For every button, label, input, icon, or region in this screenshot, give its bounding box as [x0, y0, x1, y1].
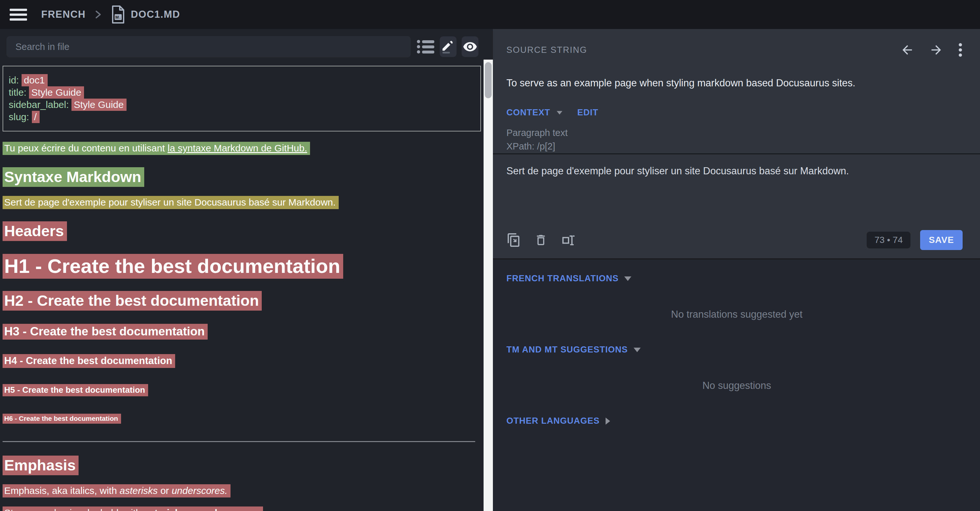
strings-list-icon[interactable]	[417, 38, 434, 55]
string-p[interactable]: Strong emphasis, aka bold, with asterisk…	[3, 508, 481, 511]
topbar: FRENCH M↓ DOC1.MD	[0, 0, 980, 29]
tm-empty-message: No suggestions	[506, 380, 967, 391]
frontmatter-line[interactable]: title: Style Guide	[9, 86, 475, 99]
other-languages-header[interactable]: OTHER LANGUAGES	[506, 416, 967, 426]
translations-empty-message: No translations suggested yet	[506, 309, 967, 320]
collapse-icon	[633, 348, 641, 352]
suggestions-section: FRENCH TRANSLATIONS No translations sugg…	[493, 259, 980, 511]
document-preview: id: doc1title: Style Guidesidebar_label:…	[0, 64, 484, 511]
edit-context-link[interactable]: EDIT	[577, 108, 598, 118]
source-string-section: SOURCE STRING	[493, 29, 980, 153]
string-h6[interactable]: H6 - Create the best documentation	[3, 415, 481, 422]
previous-string-icon[interactable]	[900, 43, 914, 57]
frontmatter-line[interactable]: sidebar_label: Style Guide	[9, 99, 475, 111]
svg-text:M↓: M↓	[116, 15, 121, 20]
source-string-text: To serve as an example page when styling…	[506, 77, 967, 89]
string-h2[interactable]: H2 - Create the best documentation	[3, 292, 481, 309]
french-translations-label: FRENCH TRANSLATIONS	[506, 273, 619, 284]
string-h2[interactable]: Syntaxe Markdown	[3, 168, 481, 185]
string-p[interactable]: Emphasis, aka italics, with asterisks or…	[3, 485, 481, 496]
other-languages-label: OTHER LANGUAGES	[506, 416, 600, 426]
breadcrumb: FRENCH M↓ DOC1.MD	[41, 5, 180, 24]
search-input[interactable]	[6, 36, 411, 57]
string-p[interactable]: Sert de page d'exemple pour styliser un …	[3, 197, 481, 208]
save-button[interactable]: SAVE	[920, 230, 963, 250]
translation-toolbar: 73 • 74 SAVE	[506, 230, 967, 259]
breadcrumb-file[interactable]: DOC1.MD	[131, 9, 180, 20]
frontmatter-block: id: doc1title: Style Guidesidebar_label:…	[3, 66, 481, 131]
source-string-label: SOURCE STRING	[506, 45, 587, 55]
string-h3[interactable]: H3 - Create the best documentation	[3, 325, 481, 338]
delete-translation-icon[interactable]	[534, 233, 547, 248]
preview-mode-eye-icon[interactable]	[462, 37, 479, 57]
scrollbar[interactable]	[484, 60, 493, 511]
translation-panel: SOURCE STRING	[493, 29, 980, 511]
context-collapse-icon[interactable]	[557, 111, 562, 114]
context-type: Paragraph text	[506, 126, 967, 139]
string-p[interactable]: Tu peux écrire du contenu en utilisant l…	[3, 143, 481, 154]
tm-mt-suggestions-label: TM AND MT SUGGESTIONS	[506, 345, 628, 355]
translation-editor: FRENCH M↓ DOC1.MD	[0, 0, 980, 511]
chevron-right-icon	[94, 8, 102, 21]
string-h1[interactable]: H1 - Create the best documentation	[3, 254, 481, 278]
context-toggle[interactable]: CONTEXT	[506, 108, 550, 118]
tm-mt-suggestions-header[interactable]: TM AND MT SUGGESTIONS	[506, 345, 967, 355]
copy-source-icon[interactable]	[506, 233, 521, 248]
string-h4[interactable]: H4 - Create the best documentation	[3, 355, 481, 367]
french-translations-header[interactable]: FRENCH TRANSLATIONS	[506, 273, 967, 284]
string-h5[interactable]: H5 - Create the best documentation	[3, 385, 481, 395]
string-h2[interactable]: Emphasis	[3, 456, 481, 474]
translation-input-section: Sert de page d'exemple pour styliser un …	[493, 154, 980, 259]
search-row	[0, 29, 484, 64]
edit-mode-button[interactable]	[440, 37, 457, 57]
translation-textarea[interactable]: Sert de page d'exemple pour styliser un …	[506, 165, 967, 230]
menu-icon[interactable]	[10, 6, 27, 23]
more-options-kebab-icon[interactable]	[958, 43, 963, 57]
string-h2[interactable]: Headers	[3, 222, 481, 240]
horizontal-rule	[3, 441, 475, 442]
text-cursor-icon[interactable]	[560, 233, 575, 248]
scroll-column	[484, 29, 493, 511]
file-preview-panel: id: doc1title: Style Guidesidebar_label:…	[0, 29, 484, 511]
frontmatter-line[interactable]: slug: /	[9, 111, 475, 123]
scrollbar-thumb[interactable]	[485, 62, 492, 98]
context-xpath: XPath: /p[2]	[506, 139, 967, 153]
collapse-icon	[624, 276, 632, 281]
breadcrumb-project[interactable]: FRENCH	[41, 9, 86, 20]
character-counter: 73 • 74	[867, 232, 910, 248]
markdown-file-icon: M↓	[111, 5, 126, 24]
next-string-icon[interactable]	[929, 43, 943, 57]
frontmatter-line[interactable]: id: doc1	[9, 74, 475, 86]
expand-icon	[606, 418, 610, 425]
